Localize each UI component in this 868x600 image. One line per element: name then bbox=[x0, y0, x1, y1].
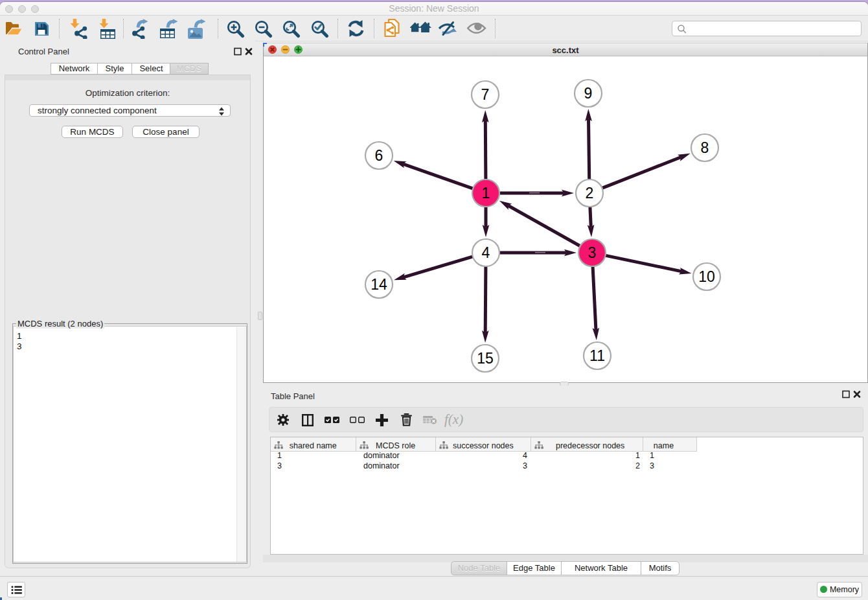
svg-text:6: 6 bbox=[375, 147, 383, 164]
svg-text:9: 9 bbox=[584, 85, 593, 102]
svg-text:14: 14 bbox=[371, 276, 387, 293]
svg-text:10: 10 bbox=[698, 268, 715, 285]
svg-text:4: 4 bbox=[482, 244, 490, 261]
svg-text:1: 1 bbox=[482, 185, 490, 202]
svg-text:11: 11 bbox=[589, 347, 605, 364]
svg-text:2: 2 bbox=[586, 185, 594, 202]
svg-text:15: 15 bbox=[477, 350, 494, 367]
svg-text:7: 7 bbox=[481, 86, 490, 103]
svg-text:3: 3 bbox=[588, 244, 597, 261]
svg-text:8: 8 bbox=[701, 139, 709, 156]
